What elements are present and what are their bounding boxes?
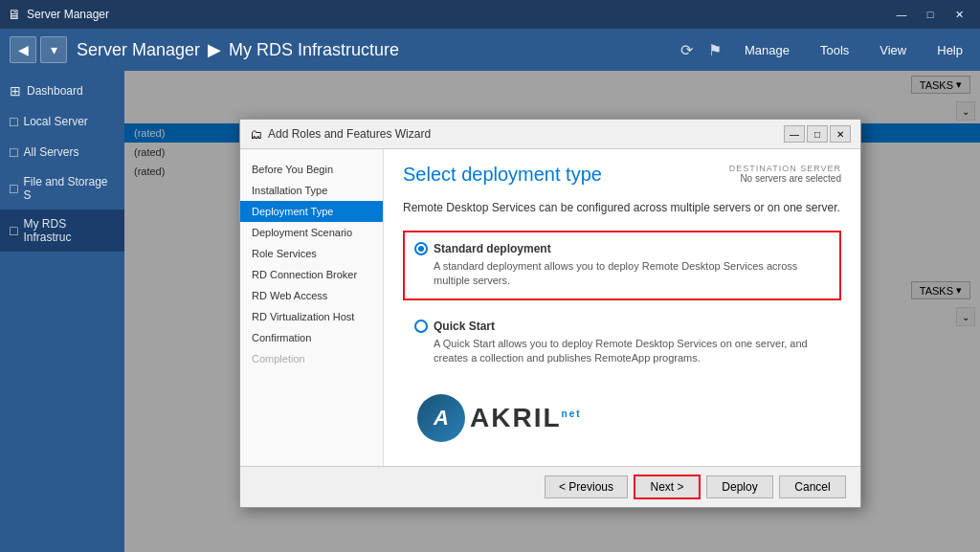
wizard-nav-confirmation[interactable]: Confirmation (240, 327, 383, 348)
window-title: Server Manager (27, 8, 888, 21)
deploy-button[interactable]: Deploy (706, 475, 773, 498)
modal-close-button[interactable]: ✕ (830, 125, 851, 143)
modal-title-bar: 🗂 Add Roles and Features Wizard — □ ✕ (240, 120, 860, 149)
wizard-nav-rd-virtualization-host[interactable]: RD Virtualization Host (240, 306, 383, 327)
minimize-button[interactable]: — (888, 5, 915, 24)
manage-menu[interactable]: Manage (737, 39, 797, 61)
modal-icon: 🗂 (250, 127, 262, 142)
main-area: ⊞ Dashboard □ Local Server □ All Servers… (0, 71, 980, 552)
wizard-nav-before-you-begin[interactable]: Before You Begin (240, 159, 383, 180)
previous-button[interactable]: < Previous (545, 475, 628, 498)
dashboard-icon: ⊞ (10, 83, 21, 99)
sidebar-item-label: All Servers (23, 145, 78, 159)
sidebar-item-label: File and Storage S (23, 175, 115, 202)
modal-overlay: 🗂 Add Roles and Features Wizard — □ ✕ (124, 71, 980, 552)
refresh-icon: ⟳ (680, 41, 693, 59)
wizard-nav-role-services[interactable]: Role Services (240, 243, 383, 264)
sidebar: ⊞ Dashboard □ Local Server □ All Servers… (0, 71, 124, 552)
wizard-nav-deployment-scenario[interactable]: Deployment Scenario (240, 222, 383, 243)
wizard-intro-text: Remote Desktop Services can be configure… (403, 200, 841, 216)
back-button[interactable]: ◀ (10, 36, 36, 63)
nav-buttons: ◀ ▾ (10, 36, 67, 63)
help-menu[interactable]: Help (929, 39, 970, 61)
logo-area: A AKRILnet (403, 385, 841, 452)
logo-icon: A (417, 394, 465, 442)
sidebar-item-file-storage[interactable]: □ File and Storage S (0, 167, 124, 210)
next-button[interactable]: Next > (634, 475, 701, 499)
quick-start-label: Quick Start (434, 320, 495, 333)
wizard-title: Select deployment type (403, 164, 602, 186)
quick-start-radio[interactable] (414, 320, 428, 333)
maximize-button[interactable]: □ (917, 5, 944, 24)
wizard-nav: Before You Begin Installation Type Deplo… (240, 149, 384, 466)
logo-text: AKRILnet (470, 403, 582, 433)
breadcrumb-current: My RDS Infrastructure (229, 40, 399, 60)
breadcrumb-separator: ▶ (208, 39, 221, 60)
quick-start-option[interactable]: Quick Start A Quick Start allows you to … (403, 308, 841, 378)
app-icon: 🖥 (8, 7, 21, 22)
destination-server-info: DESTINATION SERVER No servers are select… (729, 164, 841, 184)
wizard-nav-rd-web-access[interactable]: RD Web Access (240, 285, 383, 306)
local-server-icon: □ (10, 114, 17, 129)
cancel-button[interactable]: Cancel (779, 475, 846, 498)
rds-icon: □ (10, 223, 17, 238)
sidebar-item-dashboard[interactable]: ⊞ Dashboard (0, 76, 124, 106)
modal-title: Add Roles and Features Wizard (268, 127, 431, 141)
tools-menu[interactable]: Tools (813, 39, 857, 61)
modal-body: Before You Begin Installation Type Deplo… (240, 149, 860, 466)
wizard-modal: 🗂 Add Roles and Features Wizard — □ ✕ (239, 119, 861, 508)
content-area: TASKS ▾ ⌄ (rated) (rated) (rated (124, 71, 980, 552)
standard-deployment-label: Standard deployment (434, 242, 551, 255)
wizard-nav-installation-type[interactable]: Installation Type (240, 180, 383, 201)
title-bar: 🖥 Server Manager — □ ✕ (0, 0, 980, 29)
close-button[interactable]: ✕ (946, 5, 972, 24)
wizard-nav-completion: Completion (240, 348, 383, 369)
sidebar-item-local-server[interactable]: □ Local Server (0, 106, 124, 137)
menu-bar: ◀ ▾ Server Manager ▶ My RDS Infrastructu… (0, 29, 980, 71)
flag-icon: ⚑ (708, 41, 722, 59)
file-storage-icon: □ (10, 181, 17, 196)
breadcrumb-root: Server Manager (77, 40, 200, 60)
modal-maximize-button[interactable]: □ (807, 125, 828, 143)
wizard-content: Select deployment type DESTINATION SERVE… (384, 149, 860, 466)
view-menu[interactable]: View (872, 39, 914, 61)
logo-suffix: net (562, 408, 582, 419)
quick-start-desc: A Quick Start allows you to deploy Remot… (434, 337, 830, 366)
standard-deployment-desc: A standard deployment allows you to depl… (434, 259, 830, 289)
sidebar-item-label: My RDS Infrastruc (23, 217, 115, 244)
wizard-nav-rd-connection-broker[interactable]: RD Connection Broker (240, 264, 383, 285)
standard-deployment-radio[interactable] (414, 242, 428, 255)
wizard-nav-deployment-type[interactable]: Deployment Type (240, 201, 383, 222)
dropdown-button[interactable]: ▾ (40, 36, 67, 63)
akril-logo: A AKRILnet (417, 394, 582, 442)
server-manager-window: 🖥 Server Manager — □ ✕ ◀ ▾ Server Manage… (0, 0, 980, 552)
modal-minimize-button[interactable]: — (784, 125, 805, 143)
destination-value: No servers are selected (729, 173, 841, 184)
sidebar-item-label: Local Server (23, 115, 87, 128)
breadcrumb: Server Manager ▶ My RDS Infrastructure (77, 39, 680, 60)
destination-label: DESTINATION SERVER (729, 164, 841, 173)
modal-controls: — □ ✕ (784, 125, 851, 143)
standard-deployment-option[interactable]: Standard deployment A standard deploymen… (403, 231, 841, 300)
wizard-footer: < Previous Next > Deploy Cancel (240, 466, 860, 507)
all-servers-icon: □ (10, 144, 17, 160)
window-controls: — □ ✕ (888, 5, 972, 24)
sidebar-item-rds[interactable]: □ My RDS Infrastruc (0, 210, 124, 252)
sidebar-item-all-servers[interactable]: □ All Servers (0, 137, 124, 167)
sidebar-item-label: Dashboard (27, 84, 83, 98)
menu-right: ⟳ ⚑ Manage Tools View Help (680, 39, 970, 61)
